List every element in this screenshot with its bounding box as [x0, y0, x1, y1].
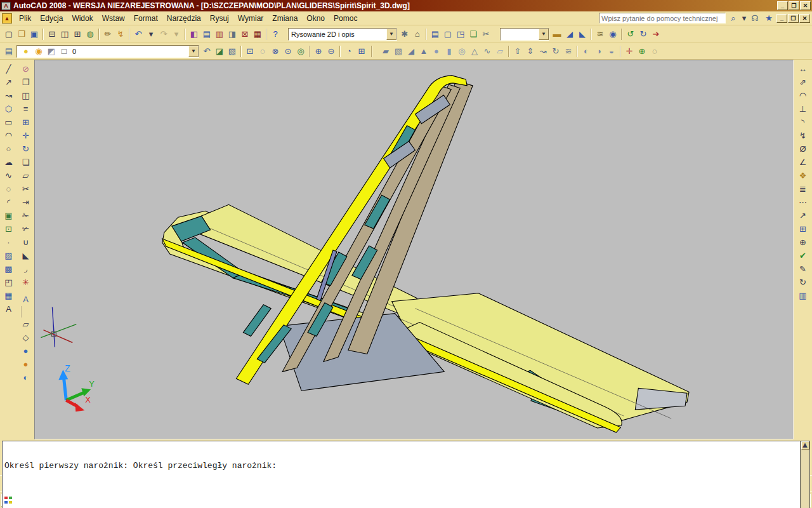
help-search-input[interactable] — [599, 13, 726, 23]
layer-color-swatch-icon[interactable]: □ — [58, 45, 70, 58]
visual-styles-manager-icon[interactable]: ◐ — [19, 371, 33, 384]
menu-item[interactable]: Format — [129, 13, 162, 24]
layer-previous-icon[interactable]: ↶ — [200, 45, 213, 58]
join-icon[interactable]: ∪ — [19, 236, 33, 249]
torus-icon[interactable]: ◎ — [455, 45, 468, 58]
2d-wireframe-icon[interactable]: ▱ — [19, 318, 33, 331]
revision-cloud-icon[interactable]: ☁ — [2, 156, 16, 169]
my-workspace-icon[interactable]: ⌂ — [411, 28, 424, 41]
orbit-cross-icon[interactable]: ✛ — [623, 45, 636, 58]
sphere-icon[interactable]: ● — [430, 45, 443, 58]
offset-icon[interactable]: ≡ — [19, 102, 33, 116]
quick-leader-icon[interactable]: ↗ — [796, 209, 810, 222]
layer-walk-icon[interactable]: ◪ — [213, 45, 226, 58]
zoom-dynamic-icon[interactable]: ◌ — [256, 45, 269, 58]
annotation-ruler-icon[interactable]: ▬ — [551, 28, 563, 41]
cylinder-icon[interactable]: ▮ — [443, 45, 455, 58]
chamfer-icon[interactable]: ◣ — [19, 249, 33, 262]
aligned-dimension-icon[interactable]: ⇗ — [796, 76, 810, 89]
dimension-update-icon[interactable]: ↻ — [796, 276, 810, 289]
menu-item[interactable]: Rysuj — [206, 13, 233, 24]
linear-dimension-icon[interactable]: ↔ — [796, 62, 810, 76]
table-icon[interactable]: ▦ — [2, 289, 16, 302]
workspace-combo-dropdown-icon[interactable]: ▼ — [386, 29, 396, 40]
wedge-icon[interactable]: ◢ — [405, 45, 417, 58]
break-icon[interactable]: ✃ — [19, 222, 33, 236]
spline-icon[interactable]: ∿ — [2, 169, 16, 182]
save-icon[interactable]: ▣ — [28, 28, 41, 41]
free-orbit-icon[interactable]: ↻ — [637, 28, 650, 41]
quick-dimension-icon[interactable]: ❖ — [796, 169, 810, 182]
line-icon[interactable]: ╱ — [2, 62, 16, 76]
baseline-dimension-icon[interactable]: ≣ — [796, 182, 810, 196]
doc-close-button[interactable]: ✕ — [799, 14, 810, 23]
subtract-icon[interactable]: ◑ — [593, 45, 605, 58]
doc-restore-button[interactable]: ❐ — [788, 14, 799, 23]
hatch-icon[interactable]: ▨ — [2, 249, 16, 262]
plot-icon[interactable]: ⊟ — [46, 28, 58, 41]
redo-icon[interactable]: ↷ — [157, 28, 170, 41]
power-edit-icon[interactable]: ↯ — [114, 28, 127, 41]
sheet-set-manager-icon[interactable]: ▤ — [200, 28, 213, 41]
script-icon[interactable]: ≋ — [594, 28, 606, 41]
close-button[interactable]: ✕ — [800, 1, 811, 10]
menu-item[interactable]: Zmiana — [268, 13, 302, 24]
dimension-style-icon[interactable]: ▥ — [796, 289, 810, 302]
polyline-icon[interactable]: ↝ — [2, 89, 16, 102]
multiline-text-icon[interactable]: A — [2, 302, 16, 316]
constrained-orbit-icon[interactable]: ↺ — [624, 28, 637, 41]
menu-item[interactable]: Wstaw — [98, 13, 129, 24]
circle-icon[interactable]: ○ — [2, 142, 16, 156]
zoom-center-icon[interactable]: ⊙ — [282, 45, 294, 58]
realistic-style-icon[interactable]: ● — [19, 344, 33, 358]
annotation-scale-update-icon[interactable]: ◣ — [576, 28, 589, 41]
publish-icon[interactable]: ⊞ — [71, 28, 84, 41]
pyramid-icon[interactable]: △ — [468, 45, 481, 58]
zoom-previous-icon[interactable]: ◔ — [343, 45, 355, 58]
annotation-scale-blue-icon[interactable]: ◢ — [563, 28, 576, 41]
menu-item[interactable]: Edycja — [36, 13, 67, 24]
diameter-dimension-icon[interactable]: Ø — [796, 142, 810, 156]
box-icon[interactable]: ▧ — [392, 45, 405, 58]
layer-lock-icon[interactable]: ◩ — [45, 45, 58, 58]
zoom-scale-icon[interactable]: ⊗ — [269, 45, 282, 58]
array-icon[interactable]: ⊞ — [19, 116, 33, 129]
minimize-button[interactable]: _ — [777, 1, 788, 10]
move-icon[interactable]: ✛ — [19, 129, 33, 142]
copy-icon[interactable]: ❐ — [19, 76, 33, 89]
restore-button[interactable]: ❐ — [789, 1, 799, 10]
explode-icon[interactable]: ✳ — [19, 276, 33, 289]
ellipse-arc-icon[interactable]: ◜ — [2, 196, 16, 209]
polygon-icon[interactable]: ⬡ — [2, 102, 16, 116]
construction-line-icon[interactable]: ↗ — [2, 76, 16, 89]
ellipse-icon[interactable]: ◌ — [2, 182, 16, 196]
point-icon[interactable]: · — [2, 236, 16, 249]
layout-copy-icon[interactable]: ❏ — [467, 28, 480, 41]
scale-icon[interactable]: ❏ — [19, 156, 33, 169]
radius-dimension-icon[interactable]: ◝ — [796, 116, 810, 129]
help-icon[interactable]: ? — [269, 28, 282, 41]
region-icon[interactable]: ◰ — [2, 276, 16, 289]
menu-item[interactable]: Okno — [302, 13, 329, 24]
revolve-icon[interactable]: ↻ — [549, 45, 562, 58]
undo-icon[interactable]: ↶ — [132, 28, 145, 41]
plot-preview-icon[interactable]: ◫ — [58, 28, 71, 41]
stretch-icon[interactable]: ▱ — [19, 169, 33, 182]
zoom-window-icon[interactable]: ⊡ — [244, 45, 256, 58]
menu-item[interactable]: Widok — [67, 13, 97, 24]
undo-drop-icon[interactable]: ▾ — [145, 28, 157, 41]
open-file-icon[interactable]: ❒ — [15, 28, 28, 41]
3d-hidden-icon[interactable]: ◇ — [19, 331, 33, 344]
cone-icon[interactable]: ▲ — [417, 45, 430, 58]
layer-states-manager-icon[interactable]: ▧ — [226, 45, 239, 58]
workspaces-icon[interactable]: ◧ — [188, 28, 200, 41]
command-scrollbar[interactable]: ▲▼ — [800, 441, 809, 508]
helix-icon[interactable]: ∿ — [481, 45, 494, 58]
menu-item[interactable]: Plik — [15, 13, 36, 24]
continue-dimension-icon[interactable]: ⋯ — [796, 196, 810, 209]
jogged-dimension-icon[interactable]: ↯ — [796, 129, 810, 142]
fly-walk-icon[interactable]: ➔ — [650, 28, 662, 41]
dimension-text-edit-icon[interactable]: ✎ — [796, 262, 810, 276]
fillet-icon[interactable]: ◞ — [19, 262, 33, 276]
zoom-extents-icon[interactable]: ⊞ — [355, 45, 368, 58]
